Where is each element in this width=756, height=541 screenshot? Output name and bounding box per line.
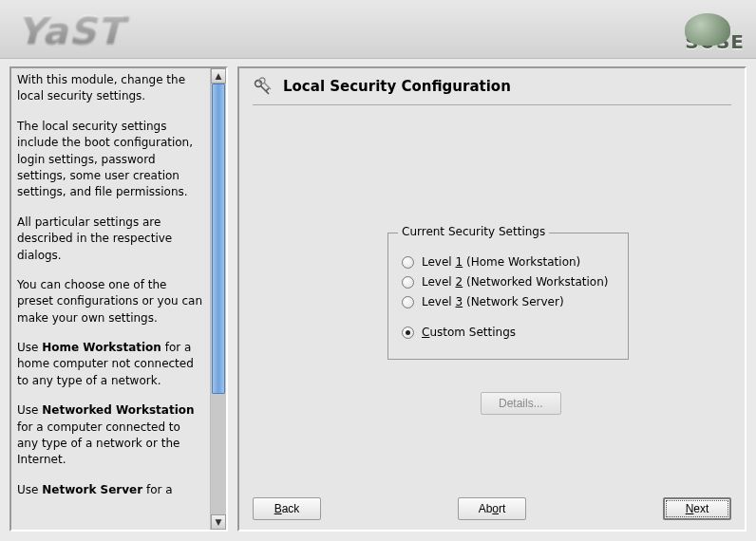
radio-label: Custom Settings [422, 326, 516, 339]
help-paragraph: Use Networked Workstation for a computer… [17, 402, 204, 469]
wizard-button-row: Back Abort Next [253, 492, 731, 520]
radio-label: Level 3 (Network Server) [422, 295, 564, 308]
help-panel: With this module, change the local secur… [9, 66, 228, 532]
help-paragraph: Use Home Workstation for a home computer… [17, 340, 204, 389]
scroll-up-arrow-icon[interactable]: ▲ [211, 68, 226, 84]
group-legend: Current Security Settings [398, 225, 549, 238]
help-paragraph: The local security settings include the … [17, 119, 204, 201]
radio-custom-settings[interactable]: Custom Settings [402, 326, 614, 339]
security-settings-group: Current Security Settings Level 1 (Home … [387, 233, 629, 360]
page-title: Local Security Configuration [283, 78, 511, 95]
radio-indicator-icon [402, 256, 414, 269]
brand-yast-text: YaST [17, 8, 123, 51]
content-body: Current Security Settings Level 1 (Home … [253, 109, 731, 492]
radio-indicator-icon [402, 276, 414, 289]
next-button[interactable]: Next [663, 497, 731, 520]
radio-label: Level 2 (Networked Workstation) [422, 275, 609, 289]
scroll-track[interactable] [211, 84, 226, 514]
radio-indicator-icon [402, 296, 414, 308]
brand-suse-logo: SUSE [685, 6, 745, 53]
details-button[interactable]: Details... [481, 392, 561, 415]
app-header: YaST SUSE [0, 0, 756, 59]
abort-button[interactable]: Abort [458, 497, 526, 520]
help-paragraph: All particular settings are described in… [17, 215, 204, 264]
back-button[interactable]: Back [253, 497, 321, 520]
main-area: With this module, change the local secur… [0, 59, 756, 541]
chameleon-icon [685, 13, 730, 46]
radio-level-2[interactable]: Level 2 (Networked Workstation) [402, 275, 614, 289]
svg-line-4 [264, 83, 271, 89]
help-paragraph: You can choose one of the preset configu… [17, 277, 204, 326]
scroll-down-arrow-icon[interactable]: ▼ [211, 514, 226, 530]
help-paragraph: Use Network Server for a [17, 482, 204, 498]
radio-level-1[interactable]: Level 1 (Home Workstation) [402, 255, 614, 269]
content-panel: Local Security Configuration Current Sec… [237, 66, 747, 532]
radio-indicator-icon [402, 326, 414, 339]
scroll-thumb[interactable] [212, 84, 225, 394]
brand-yast-logo: YaST [17, 8, 123, 51]
help-scrollbar[interactable]: ▲ ▼ [210, 68, 226, 530]
page-title-row: Local Security Configuration [253, 76, 731, 105]
help-panel-inner: With this module, change the local secur… [11, 68, 226, 530]
help-text: With this module, change the local secur… [11, 68, 210, 530]
radio-label: Level 1 (Home Workstation) [422, 255, 580, 269]
help-paragraph: With this module, change the local secur… [17, 72, 204, 105]
radio-level-3[interactable]: Level 3 (Network Server) [402, 295, 614, 308]
keys-icon [253, 76, 274, 97]
svg-line-2 [266, 88, 269, 91]
